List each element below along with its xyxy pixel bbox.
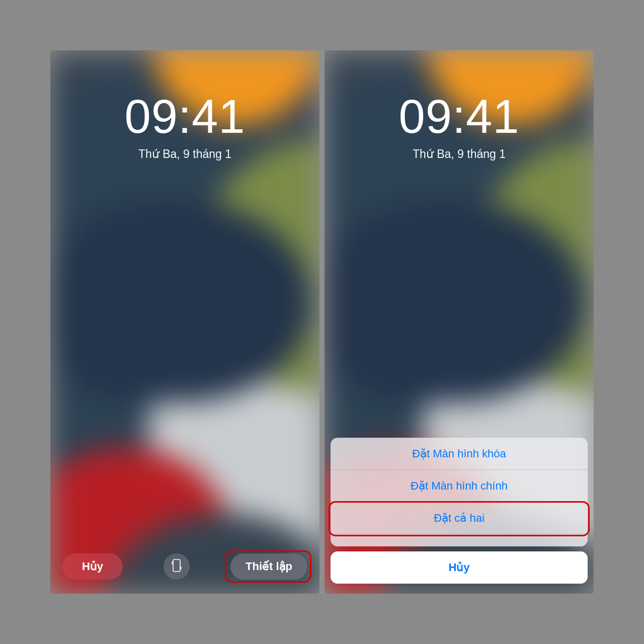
cancel-button[interactable]: Hủy xyxy=(62,553,123,580)
lockscreen-clock: 09:41 Thứ Ba, 9 tháng 1 xyxy=(50,93,319,161)
clock-time: 09:41 xyxy=(325,93,594,140)
phone-rotate-icon xyxy=(172,558,182,575)
set-both-button[interactable]: Đặt cả hai xyxy=(331,502,588,534)
lockscreen-clock: 09:41 Thứ Ba, 9 tháng 1 xyxy=(325,93,594,161)
wallpaper-preview-screen-left: 09:41 Thứ Ba, 9 tháng 1 Hủy Thiết lập xyxy=(50,50,319,594)
clock-date: Thứ Ba, 9 tháng 1 xyxy=(325,147,594,161)
set-home-screen-button[interactable]: Đặt Màn hình chính xyxy=(331,470,588,502)
setup-button[interactable]: Thiết lập xyxy=(230,553,307,580)
perspective-zoom-label xyxy=(331,534,588,546)
wallpaper-preview-screen-right: 09:41 Thứ Ba, 9 tháng 1 Đặt Màn hình khó… xyxy=(325,50,594,594)
bottom-toolbar: Hủy Thiết lập xyxy=(50,553,319,580)
perspective-zoom-button[interactable] xyxy=(164,553,190,580)
action-sheet-cancel-button[interactable]: Hủy xyxy=(331,551,588,584)
action-sheet: Đặt Màn hình khóa Đặt Màn hình chính Đặt… xyxy=(331,438,588,584)
clock-time: 09:41 xyxy=(50,93,319,140)
set-lock-screen-button[interactable]: Đặt Màn hình khóa xyxy=(331,438,588,470)
svg-rect-0 xyxy=(173,559,180,572)
clock-date: Thứ Ba, 9 tháng 1 xyxy=(50,147,319,161)
